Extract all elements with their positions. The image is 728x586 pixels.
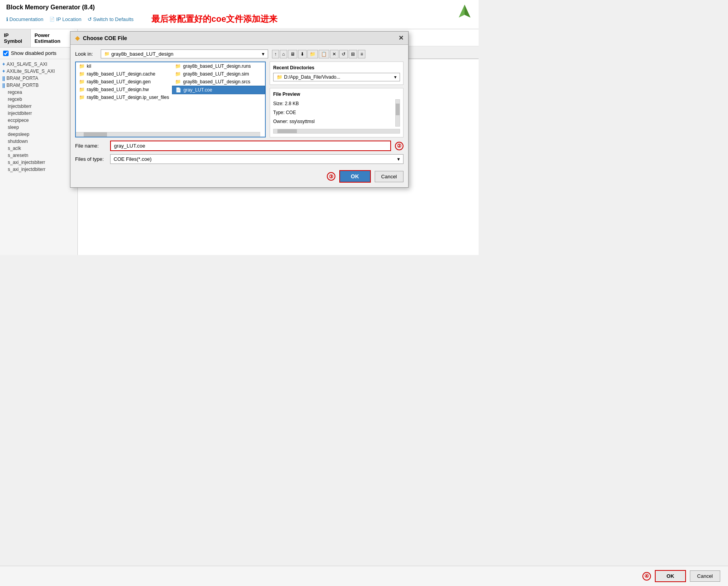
port-item: s_aclk xyxy=(0,145,77,152)
badge-2: ② xyxy=(395,142,403,150)
port-item: eccpipece xyxy=(0,117,77,124)
port-item: s_aresetn xyxy=(0,152,77,159)
preview-size: Size: 2.8 KB xyxy=(273,99,315,108)
look-in-label: Look in: xyxy=(75,51,98,57)
toolbar-up-button[interactable]: ↑ xyxy=(272,50,279,58)
file-preview-title: File Preview xyxy=(273,92,400,97)
port-item: deepsleep xyxy=(0,131,77,138)
dropdown-arrow-icon: ▾ xyxy=(262,51,265,57)
port-item: regceb xyxy=(0,96,77,103)
file-item[interactable]: 📁gray8b_based_LUT_design.srcs xyxy=(172,78,265,86)
folder-icon: 📁 xyxy=(175,71,181,77)
toolbar-newfolder-button[interactable]: 📁 xyxy=(307,50,318,58)
dialog-ok-button[interactable]: OK xyxy=(339,170,371,183)
look-in-value: 📁 gray8b_based_LUT_design xyxy=(104,51,174,57)
folder-icon: 📁 xyxy=(175,63,181,69)
toolbar-refresh-button[interactable]: ↺ xyxy=(339,50,348,58)
look-in-dropdown[interactable]: 📁 gray8b_based_LUT_design ▾ xyxy=(101,49,268,58)
badge-3: ③ xyxy=(327,172,335,181)
folder-icon: 📁 xyxy=(79,95,85,100)
filetype-label: Files of type: xyxy=(75,156,106,162)
documentation-link[interactable]: ℹ Documentation xyxy=(6,16,43,22)
refresh-icon: ↺ xyxy=(88,16,92,22)
filename-input[interactable] xyxy=(110,141,391,151)
preview-owner: Owner: ssy\ssyttmsl xyxy=(273,117,315,126)
toolbar-computer-button[interactable]: 🖥 xyxy=(288,50,297,58)
info-icon: ℹ xyxy=(6,16,8,22)
folder-icon: 📁 xyxy=(277,74,282,80)
recent-directories-dropdown[interactable]: 📁 D:/App_Data_File/Vivado... ▾ xyxy=(273,73,400,81)
file-item[interactable]: 📁ray8b_based_LUT_design.hw xyxy=(76,86,172,93)
dropdown-arrow-icon: ▾ xyxy=(394,74,396,80)
port-item: sleep xyxy=(0,124,77,131)
toolbar-list-button[interactable]: ≡ xyxy=(358,50,365,58)
folder-icon: 📁 xyxy=(79,87,85,92)
dialog-title: Choose COE File xyxy=(83,35,127,41)
port-group-axi-slave[interactable]: + AXI_SLAVE_S_AXI xyxy=(0,61,77,68)
toolbar-home-button[interactable]: ⌂ xyxy=(280,50,287,58)
ip-location-link[interactable]: 📄 IP Location xyxy=(49,16,81,22)
file-item[interactable]: 📁gray8b_based_LUT_design.runs xyxy=(172,62,265,70)
port-item: s_axi_injectsbiterr xyxy=(0,159,77,166)
file-item[interactable]: 📁ray8b_based_LUT_design.cache xyxy=(76,70,172,78)
svg-marker-1 xyxy=(465,5,470,18)
recent-directories-title: Recent Directories xyxy=(273,65,400,70)
port-group-bram-portb[interactable]: || BRAM_PORTB xyxy=(0,82,77,89)
preview-type: Type: COE xyxy=(273,108,315,117)
port-item: s_axi_injectdbiterr xyxy=(0,166,77,173)
toolbar-delete-button[interactable]: ✕ xyxy=(330,50,339,58)
filename-label: File name: xyxy=(75,143,106,149)
folder-icon: 📁 xyxy=(79,71,85,77)
dialog-title-icon: ◆ xyxy=(75,34,80,42)
dropdown-arrow-icon: ▾ xyxy=(397,156,400,162)
file-item-gray-lut[interactable]: 📄gray_LUT.coe xyxy=(172,86,265,94)
choose-coe-dialog: ◆ Choose COE File ✕ Look in: 📁 gray8b_ba… xyxy=(70,31,409,188)
dialog-close-button[interactable]: ✕ xyxy=(398,34,403,42)
vivado-logo xyxy=(457,4,472,19)
folder-icon: 📁 xyxy=(175,79,181,84)
port-item: injectsbiterr xyxy=(0,103,77,110)
toolbar-download-button[interactable]: ⬇ xyxy=(298,50,307,58)
file-item[interactable]: 📁ray8b_based_LUT_design.ip_user_files xyxy=(76,93,172,101)
folder-icon: 📁 xyxy=(79,79,85,84)
coe-file-icon: 📄 xyxy=(175,87,181,93)
port-group-bram-porta[interactable]: || BRAM_PORTA xyxy=(0,75,77,82)
dialog-cancel-button[interactable]: Cancel xyxy=(375,171,403,182)
file-item[interactable]: 📁gray8b_based_LUT_design.sim xyxy=(172,70,265,78)
port-group-axilite-slave[interactable]: + AXILite_SLAVE_S_AXI xyxy=(0,68,77,75)
tab-ip-symbol[interactable]: IP Symbol xyxy=(0,29,31,47)
port-item-shutdown: shutdown xyxy=(0,138,77,145)
port-item: regcea xyxy=(0,89,77,96)
dialog-overlay: ◆ Choose COE File ✕ Look in: 📁 gray8b_ba… xyxy=(70,31,409,188)
port-item: injectdbiterr xyxy=(0,110,77,117)
port-list: + AXI_SLAVE_S_AXI + AXILite_SLAVE_S_AXI … xyxy=(0,59,77,174)
toolbar-grid-button[interactable]: ⊞ xyxy=(349,50,357,58)
switch-defaults-link[interactable]: ↺ Switch to Defaults xyxy=(88,16,133,22)
window-title: Block Memory Generator (8.4) xyxy=(6,4,277,11)
toolbar-copy-button[interactable]: 📋 xyxy=(319,50,329,58)
folder-icon: 📁 xyxy=(104,51,110,56)
folder-icon: 📁 xyxy=(79,63,85,69)
filetype-dropdown[interactable]: COE Files(*.coe) ▾ xyxy=(110,154,403,164)
show-disabled-checkbox[interactable] xyxy=(3,51,9,56)
location-icon: 📄 xyxy=(49,17,55,22)
show-disabled-label: Show disabled ports xyxy=(11,50,56,56)
file-item[interactable]: 📁kil xyxy=(76,62,172,70)
file-item[interactable]: 📁ray8b_based_LUT_design.gen xyxy=(76,78,172,86)
annotation-text: 最后将配置好的coe文件添加进来 xyxy=(151,13,277,25)
